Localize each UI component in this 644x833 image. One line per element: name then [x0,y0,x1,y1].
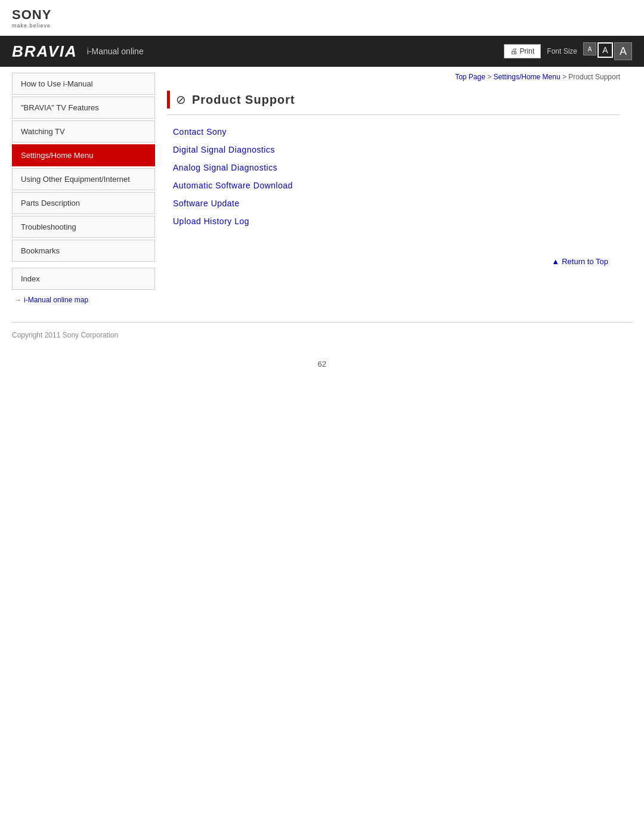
sony-logo-area: SONY make.believe [0,0,644,36]
sidebar-item-label: Watching TV [21,127,65,136]
content-links: Contact Sony Digital Signal Diagnostics … [167,127,620,226]
sidebar-item-index[interactable]: Index [12,268,155,290]
imanual-map-label: i-Manual online map [24,296,88,304]
sidebar-item-label: Parts Description [21,199,80,208]
return-to-top-label: Return to Top [562,257,608,266]
link-upload-history-log[interactable]: Upload History Log [173,216,620,226]
return-to-top-link[interactable]: ▲ Return to Top [552,257,608,266]
title-accent-bar [167,91,170,109]
link-automatic-software-download[interactable]: Automatic Software Download [173,181,620,190]
page-title-bar: ⊘ Product Support [167,91,620,115]
copyright-text: Copyright 2011 Sony Corporation [12,331,118,339]
bravia-logo: BRAVIA i-Manual online [12,42,144,61]
imanual-map-link-area: → i-Manual online map [12,296,155,304]
breadcrumb-separator-2: > [562,73,568,81]
sidebar-item-bravia-tv-features[interactable]: "BRAVIA" TV Features [12,97,155,119]
return-to-top-area: ▲ Return to Top [167,250,620,272]
sony-tagline: make.believe [12,23,632,29]
sidebar-item-parts-description[interactable]: Parts Description [12,192,155,214]
sidebar-item-how-to-use[interactable]: How to Use i-Manual [12,73,155,95]
product-support-icon: ⊘ [176,92,186,107]
top-bar-right: 🖨 Print Font Size A A A [504,42,632,60]
link-digital-signal-diagnostics[interactable]: Digital Signal Diagnostics [173,145,620,154]
sidebar-item-label: Settings/Home Menu [21,151,93,160]
sidebar-item-label: How to Use i-Manual [21,79,93,88]
main-container: How to Use i-Manual "BRAVIA" TV Features… [0,67,644,316]
breadcrumb: Top Page > Settings/Home Menu > Product … [167,73,620,81]
font-size-small-button[interactable]: A [583,42,596,55]
breadcrumb-separator-1: > [487,73,493,81]
arrow-right-icon: → [14,296,21,304]
sidebar-item-label: "BRAVIA" TV Features [21,103,99,112]
page-title: Product Support [192,93,295,107]
print-icon: 🖨 [510,47,518,55]
font-size-large-button[interactable]: A [614,42,632,60]
link-software-update[interactable]: Software Update [173,199,620,208]
print-button[interactable]: 🖨 Print [504,44,541,58]
return-to-top-icon: ▲ [552,257,559,266]
bravia-logo-text: BRAVIA [12,42,78,61]
sidebar-item-bookmarks[interactable]: Bookmarks [12,240,155,262]
sidebar-item-label: Using Other Equipment/Internet [21,175,130,184]
sidebar-item-troubleshooting[interactable]: Troubleshooting [12,216,155,238]
content-area: Top Page > Settings/Home Menu > Product … [155,73,632,304]
sidebar-item-label: Troubleshooting [21,222,76,231]
font-size-medium-button[interactable]: A [597,42,613,58]
page-number: 62 [0,348,644,374]
sidebar-item-settings-home-menu[interactable]: Settings/Home Menu [12,144,155,166]
breadcrumb-current: Product Support [568,73,620,81]
link-analog-signal-diagnostics[interactable]: Analog Signal Diagnostics [173,163,620,172]
footer: Copyright 2011 Sony Corporation [0,323,644,348]
sony-logo: SONY [12,7,632,23]
imanual-map-link[interactable]: → i-Manual online map [14,296,155,304]
sidebar-item-label: Bookmarks [21,246,60,255]
sidebar-item-watching-tv[interactable]: Watching TV [12,120,155,143]
sidebar-index-label: Index [21,274,40,283]
breadcrumb-top-page[interactable]: Top Page [455,73,485,81]
breadcrumb-settings-menu[interactable]: Settings/Home Menu [494,73,561,81]
font-size-buttons: A A A [583,42,632,60]
sidebar-item-using-other-equipment[interactable]: Using Other Equipment/Internet [12,168,155,190]
print-label: Print [520,47,535,55]
font-size-label: Font Size [547,47,577,55]
link-contact-sony[interactable]: Contact Sony [173,127,620,137]
imanual-label: i-Manual online [87,47,144,56]
sidebar: How to Use i-Manual "BRAVIA" TV Features… [12,73,155,304]
top-bar: BRAVIA i-Manual online 🖨 Print Font Size… [0,36,644,67]
